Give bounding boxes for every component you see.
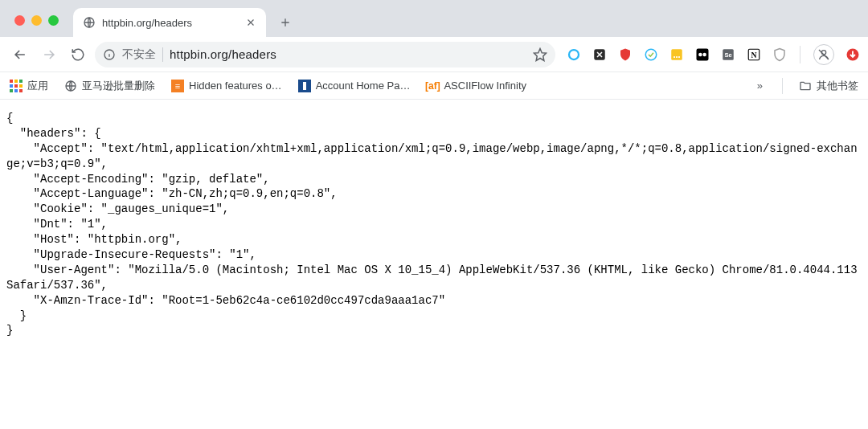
svg-text:Se: Se <box>724 51 731 59</box>
extension-flickr-icon[interactable] <box>695 47 710 62</box>
svg-point-13 <box>698 52 702 56</box>
close-window-button[interactable] <box>14 15 25 26</box>
extension-checkmark-icon[interactable] <box>644 47 658 62</box>
browser-tab-active[interactable]: httpbin.org/headers <box>73 8 266 37</box>
svg-point-14 <box>702 52 706 56</box>
tab-title: httpbin.org/headers <box>102 17 239 29</box>
asciiflow-icon: [af] <box>426 80 439 92</box>
globe-icon <box>64 80 77 92</box>
minimize-window-button[interactable] <box>31 15 42 26</box>
site-info-icon[interactable] <box>103 48 116 61</box>
extension-circle-icon[interactable] <box>567 47 581 62</box>
svg-point-11 <box>678 55 680 57</box>
globe-icon <box>83 16 96 29</box>
bookmark-label: 应用 <box>27 79 48 93</box>
extension-downarrow-icon[interactable] <box>845 47 860 62</box>
extension-shield-icon[interactable] <box>772 47 787 62</box>
svg-rect-8 <box>671 49 682 60</box>
bookmark-overflow-button[interactable]: » <box>754 80 766 92</box>
toolbar-separator <box>800 46 800 63</box>
svg-text:N: N <box>751 50 756 59</box>
new-tab-button[interactable] <box>274 11 297 34</box>
bookmark-apps[interactable]: 应用 <box>10 79 48 93</box>
svg-point-5 <box>569 50 579 59</box>
bookmark-bar: 应用 亚马逊批量删除 ≡ Hidden features o… Account … <box>0 72 868 100</box>
response-body: { "headers": { "Accept": "text/html,appl… <box>0 100 868 349</box>
reload-button[interactable] <box>66 43 90 67</box>
svg-point-10 <box>676 55 678 57</box>
svg-rect-12 <box>697 48 709 60</box>
maximize-window-button[interactable] <box>48 15 59 26</box>
folder-icon <box>799 80 812 92</box>
bookmark-label: Hidden features o… <box>189 80 282 92</box>
url-text: httpbin.org/headers <box>170 47 526 61</box>
omnibox-separator <box>162 47 163 62</box>
extension-ublock-icon[interactable] <box>618 47 633 62</box>
extension-yellow-icon[interactable] <box>669 47 684 62</box>
address-bar[interactable]: 不安全 httpbin.org/headers <box>95 42 555 67</box>
extension-selenium-icon[interactable]: Se <box>721 47 735 62</box>
window-controls <box>10 15 65 37</box>
forward-button[interactable] <box>37 43 61 67</box>
bookmark-label: ASCIIFlow Infinity <box>444 80 526 92</box>
svg-point-9 <box>674 55 675 57</box>
extension-notion-icon[interactable]: N <box>747 47 761 62</box>
profile-button[interactable] <box>813 44 834 65</box>
bookmark-item-asciiflow[interactable]: [af] ASCIIFlow Infinity <box>426 80 526 92</box>
bookmark-other-folder[interactable]: 其他书签 <box>799 79 858 93</box>
bookmark-item-amazon[interactable]: 亚马逊批量删除 <box>64 79 155 93</box>
tab-strip: httpbin.org/headers <box>0 0 868 37</box>
extensions-row: Se N <box>560 44 860 65</box>
security-status-label: 不安全 <box>122 47 156 62</box>
bookmark-label: Account Home Pa… <box>316 80 411 92</box>
bookmark-item-lastpass[interactable]: Account Home Pa… <box>298 80 411 92</box>
bookmark-item-stackoverflow[interactable]: ≡ Hidden features o… <box>171 80 282 92</box>
lastpass-icon <box>298 80 311 92</box>
bookmark-label: 亚马逊批量删除 <box>82 79 155 93</box>
back-button[interactable] <box>8 43 32 67</box>
bookmark-separator <box>782 78 783 94</box>
apps-grid-icon <box>10 80 23 92</box>
extension-x-icon[interactable] <box>592 47 607 62</box>
browser-toolbar: 不安全 httpbin.org/headers Se N <box>0 37 868 72</box>
svg-marker-4 <box>534 48 547 60</box>
svg-point-7 <box>645 49 657 60</box>
close-tab-button[interactable] <box>245 17 256 28</box>
bookmark-star-icon[interactable] <box>533 47 547 62</box>
bookmark-label: 其他书签 <box>817 79 858 93</box>
stackoverflow-icon: ≡ <box>171 80 184 92</box>
